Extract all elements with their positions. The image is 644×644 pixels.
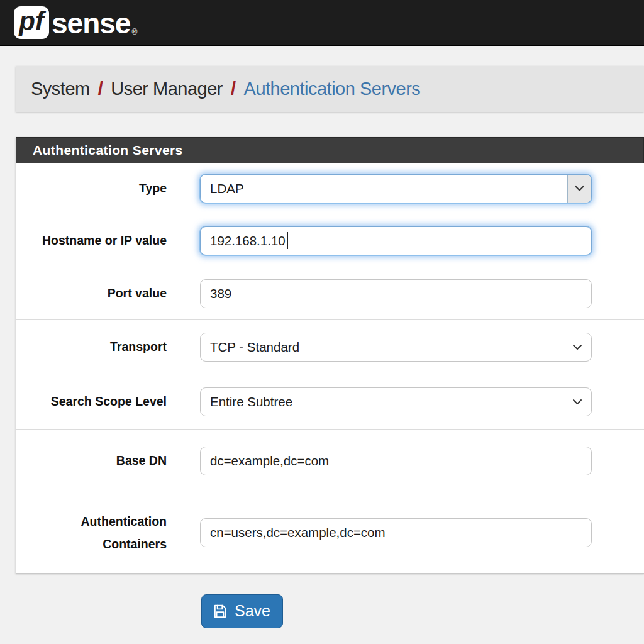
form-row-authentication-containers: Authentication Containers cn=users,dc=ex… [16, 492, 644, 573]
hostname-input[interactable]: 192.168.1.10 [200, 226, 592, 255]
port-label: Port value [16, 282, 167, 304]
top-navbar: pf sense ® [0, 0, 644, 46]
form-row-base-dn: Base DN dc=example,dc=com [16, 430, 644, 492]
search-scope-select[interactable]: Entire Subtree [200, 387, 592, 416]
panel-title-text: Authentication Servers [33, 143, 183, 158]
search-scope-label: Search Scope Level [16, 390, 167, 413]
form-actions: Save [201, 594, 644, 628]
breadcrumb: System / User Manager / Authentication S… [16, 66, 644, 112]
type-select-dropdown-button[interactable] [567, 175, 591, 203]
pfsense-logo[interactable]: pf sense ® [14, 6, 137, 39]
hostname-input-value: 192.168.1.10 [210, 233, 286, 248]
breadcrumb-link-system[interactable]: System [31, 79, 90, 99]
save-icon [212, 603, 228, 619]
breadcrumb-separator: / [231, 79, 236, 99]
hostname-control: 192.168.1.10 [200, 226, 592, 255]
chevron-down-icon [572, 344, 582, 350]
form-row-type: Type LDAP [16, 163, 644, 214]
search-scope-select-value: Entire Subtree [210, 394, 572, 409]
authentication-containers-input[interactable]: cn=users,dc=example,dc=com [200, 518, 592, 547]
save-button-label: Save [235, 602, 270, 620]
form-row-hostname: Hostname or IP value 192.168.1.10 [16, 214, 644, 267]
authentication-containers-control: cn=users,dc=example,dc=com [200, 518, 592, 547]
text-cursor [287, 232, 288, 249]
search-scope-control: Entire Subtree [200, 387, 592, 416]
transport-control: TCP - Standard [200, 333, 592, 362]
breadcrumb-link-user-manager[interactable]: User Manager [111, 79, 223, 99]
form-row-port: Port value 389 [16, 267, 644, 320]
transport-label: Transport [16, 335, 167, 358]
authentication-containers-label: Authentication Containers [16, 510, 167, 555]
type-label: Type [16, 177, 167, 199]
pfsense-logo-sense-text: sense [52, 9, 130, 39]
authentication-containers-input-value: cn=users,dc=example,dc=com [210, 525, 386, 540]
port-input[interactable]: 389 [200, 279, 592, 308]
breadcrumb-separator: / [98, 79, 103, 99]
chevron-down-icon [574, 185, 585, 192]
registered-trademark-symbol: ® [131, 28, 137, 39]
save-button[interactable]: Save [201, 594, 283, 628]
base-dn-input-value: dc=example,dc=com [210, 453, 329, 469]
base-dn-label: Base DN [16, 449, 167, 472]
breadcrumb-link-authentication-servers[interactable]: Authentication Servers [244, 79, 421, 99]
pfsense-logo-pf-box: pf [14, 6, 49, 39]
form-row-search-scope: Search Scope Level Entire Subtree [16, 374, 644, 430]
transport-select[interactable]: TCP - Standard [200, 333, 592, 362]
panel-title: Authentication Servers [16, 137, 644, 163]
chevron-down-icon [572, 399, 582, 405]
authentication-servers-panel: Authentication Servers Type LDAP Hostnam… [16, 137, 644, 574]
type-select-value: LDAP [210, 181, 567, 196]
base-dn-control: dc=example,dc=com [200, 447, 592, 475]
hostname-label: Hostname or IP value [16, 229, 167, 252]
type-select[interactable]: LDAP [200, 174, 592, 203]
transport-select-value: TCP - Standard [210, 340, 572, 355]
port-control: 389 [200, 279, 592, 308]
type-control: LDAP [200, 174, 592, 203]
panel-body: Type LDAP Hostname or IP value 192.168.1… [16, 163, 644, 574]
port-input-value: 389 [210, 286, 231, 301]
form-row-transport: Transport TCP - Standard [16, 320, 644, 374]
pfsense-logo-pf-text: pf [19, 6, 44, 36]
base-dn-input[interactable]: dc=example,dc=com [200, 447, 592, 475]
